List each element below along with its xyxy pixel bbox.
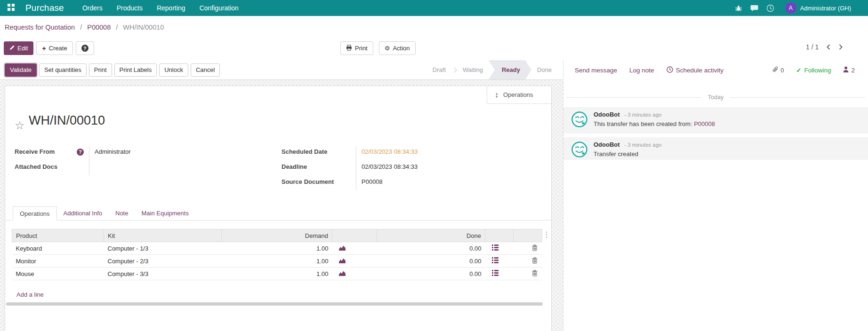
step-waiting[interactable]: Waiting <box>458 66 488 73</box>
cell-kit[interactable]: Computer - 3/3 <box>104 268 222 280</box>
optional-columns-toggle[interactable]: ⋮ <box>543 230 550 239</box>
table-row[interactable]: Keyboard Computer - 1/3 1.00 0.00 <box>12 242 542 255</box>
pager: 1 / 1 <box>806 43 843 51</box>
help-button[interactable]: ? <box>76 41 94 55</box>
cell-demand[interactable]: 1.00 <box>222 268 332 280</box>
detailed-operations-icon[interactable] <box>485 255 514 268</box>
delete-row-icon[interactable] <box>514 255 542 268</box>
cell-kit[interactable]: Computer - 1/3 <box>104 242 222 255</box>
cell-product[interactable]: Monitor <box>12 255 104 268</box>
favorite-star-icon[interactable]: ☆ <box>15 119 25 132</box>
forecast-chart-icon[interactable] <box>332 255 377 268</box>
follower-count: 2 <box>851 67 855 74</box>
apps-menu-button[interactable] <box>0 4 22 13</box>
source-document-value[interactable]: P00008 <box>362 178 383 185</box>
cell-product[interactable]: Keyboard <box>12 242 104 255</box>
user-menu[interactable]: Administrator (GH) <box>800 5 851 12</box>
horizontal-scrollbar[interactable] <box>6 302 543 306</box>
message-body: This transfer has been created from: P00… <box>594 120 715 127</box>
action-menu-button[interactable]: ⚙ Action <box>379 41 416 55</box>
cell-done[interactable]: 0.00 <box>377 242 485 255</box>
table-row[interactable]: Mouse Computer - 3/3 1.00 0.00 <box>12 268 542 280</box>
menu-reporting[interactable]: Reporting <box>150 0 193 16</box>
menu-orders[interactable]: Orders <box>75 0 110 16</box>
field-help-icon[interactable]: ? <box>77 149 84 156</box>
apps-grid-icon <box>8 4 15 13</box>
cell-done[interactable]: 0.00 <box>377 255 485 268</box>
message-timestamp: - 3 minutes ago <box>624 112 661 118</box>
followers-button[interactable]: 2 <box>843 66 855 74</box>
log-note-button[interactable]: Log note <box>629 67 654 74</box>
cell-demand[interactable]: 1.00 <box>222 242 332 255</box>
message-record-link[interactable]: P00008 <box>694 120 715 127</box>
check-icon: ✓ <box>796 67 802 74</box>
add-a-line-link[interactable]: Add a line <box>16 291 44 298</box>
tab-main-equipments[interactable]: Main Equipments <box>135 206 195 220</box>
col-spacer <box>332 229 377 242</box>
chatter-message[interactable]: OdooBot - 3 minutes ago This transfer ha… <box>563 107 868 134</box>
chatter-topbar-right: 0 ✓ Following 2 <box>772 66 855 74</box>
tab-operations[interactable]: Operations <box>13 206 57 221</box>
menu-products[interactable]: Products <box>110 0 150 16</box>
delete-row-icon[interactable] <box>514 268 542 280</box>
col-demand[interactable]: Demand <box>222 229 332 242</box>
message-timestamp: - 3 minutes ago <box>624 142 661 148</box>
app-name[interactable]: Purchase <box>25 3 64 13</box>
col-done[interactable]: Done <box>377 229 485 242</box>
debug-bug-icon[interactable] <box>731 0 747 16</box>
receive-from-label: Receive From <box>15 148 55 155</box>
forecast-chart-icon[interactable] <box>332 242 377 255</box>
receive-from-value[interactable]: Administrator <box>95 148 131 155</box>
notebook-tabs: Operations Additional Info Note Main Equ… <box>5 206 551 221</box>
form-toolbar: Edit + Create ? <box>4 41 94 55</box>
navbar-menus: Orders Products Reporting Configuration <box>75 0 246 16</box>
pager-next-button[interactable] <box>838 44 843 50</box>
scheduled-date-label: Scheduled Date <box>281 148 328 155</box>
edit-button[interactable]: Edit <box>4 41 33 55</box>
tab-additional-info[interactable]: Additional Info <box>57 206 109 220</box>
deadline-value[interactable]: 02/03/2023 08:34:33 <box>362 163 418 170</box>
cell-done[interactable]: 0.00 <box>377 268 485 280</box>
print-menu-button[interactable]: Print <box>340 41 373 55</box>
schedule-activity-button[interactable]: Schedule activity <box>667 66 723 74</box>
activities-clock-icon[interactable] <box>763 0 779 16</box>
print-button[interactable]: Print <box>89 63 112 77</box>
cancel-button[interactable]: Cancel <box>191 63 220 77</box>
col-kit[interactable]: Kit <box>104 229 222 242</box>
create-button[interactable]: + Create <box>36 41 72 55</box>
print-labels-button[interactable]: Print Labels <box>114 63 157 77</box>
step-done[interactable]: Done <box>532 66 556 73</box>
pencil-icon <box>9 45 15 52</box>
pager-previous-button[interactable] <box>826 44 831 50</box>
delete-row-icon[interactable] <box>514 242 542 255</box>
send-message-button[interactable]: Send message <box>575 67 617 74</box>
cell-kit[interactable]: Computer - 2/3 <box>104 255 222 268</box>
table-row[interactable]: Monitor Computer - 2/3 1.00 0.00 <box>12 255 542 268</box>
scheduled-date-value[interactable]: 02/03/2023 08:34:33 <box>362 148 418 155</box>
user-avatar[interactable]: A <box>785 2 796 14</box>
message-author[interactable]: OdooBot <box>594 141 620 148</box>
message-author[interactable]: OdooBot <box>594 111 620 118</box>
step-draft[interactable]: Draft <box>428 66 450 73</box>
validate-button[interactable]: Validate <box>5 63 37 77</box>
messages-icon[interactable] <box>747 0 763 16</box>
col-product[interactable]: Product <box>12 229 104 242</box>
detailed-operations-icon[interactable] <box>485 268 514 280</box>
step-ready-active[interactable]: Ready <box>489 60 531 79</box>
breadcrumb-current: WH/IN/00010 <box>123 24 164 31</box>
breadcrumb-p00008-link[interactable]: P00008 <box>87 24 111 31</box>
forecast-chart-icon[interactable] <box>332 268 377 280</box>
menu-configuration[interactable]: Configuration <box>193 0 246 16</box>
breadcrumb-rfq-link[interactable]: Requests for Quotation <box>5 24 75 31</box>
chatter-message[interactable]: OdooBot - 3 minutes ago Transfer created <box>563 137 868 160</box>
cell-demand[interactable]: 1.00 <box>222 255 332 268</box>
cell-product[interactable]: Mouse <box>12 268 104 280</box>
set-quantities-button[interactable]: Set quantities <box>39 63 87 77</box>
detailed-operations-icon[interactable] <box>485 242 514 255</box>
following-button[interactable]: ✓ Following <box>796 67 831 74</box>
operations-stat-button[interactable]: ↕ Operations <box>487 86 551 104</box>
tab-note[interactable]: Note <box>109 206 135 220</box>
unlock-button[interactable]: Unlock <box>159 63 188 77</box>
person-icon <box>843 66 849 74</box>
attachments-button[interactable]: 0 <box>772 66 784 74</box>
